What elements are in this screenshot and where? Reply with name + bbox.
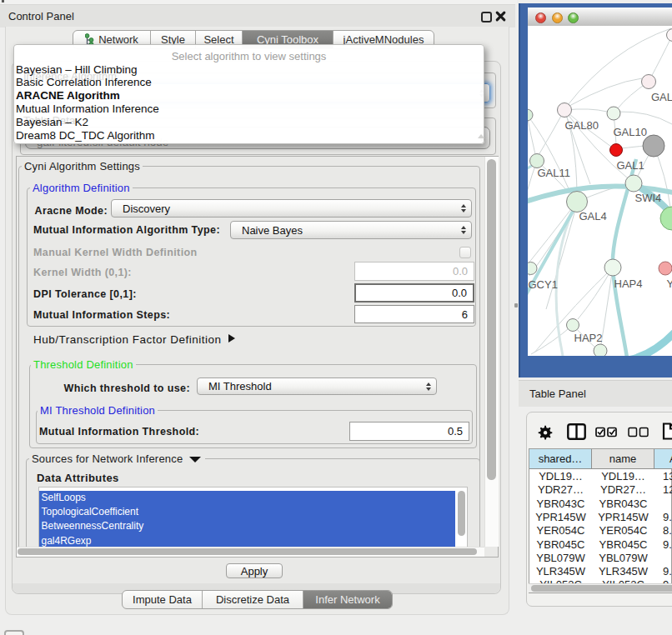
bottom-tab-impute-data[interactable]: Impute Data (123, 591, 203, 608)
table-cell[interactable]: YBR045C (592, 538, 654, 552)
unchecked-columns-icon[interactable] (628, 427, 649, 438)
attribute-item[interactable]: SelfLoops (39, 491, 455, 505)
graph-edge[interactable] (539, 110, 564, 155)
dropdown-item[interactable]: Basic Correlation Inference (16, 76, 152, 88)
bottom-tab-infer-network[interactable]: Infer Network (303, 591, 392, 608)
close-icon[interactable] (495, 11, 506, 22)
graph-node-gcy1[interactable] (528, 262, 537, 275)
graph-node-gal11[interactable] (530, 154, 544, 168)
mi-steps-input[interactable]: 6 (354, 305, 474, 323)
attribute-item[interactable]: gal4RGexp (39, 533, 455, 547)
graph-node[interactable] (660, 207, 672, 230)
graph-edge[interactable] (531, 325, 573, 354)
graph-node-gal7[interactable] (642, 75, 656, 89)
table-cell[interactable]: 13 (663, 470, 672, 483)
hub-definition-label[interactable]: Hub/Transcription Factor Definition (33, 333, 222, 346)
graph-node-y[interactable] (659, 262, 672, 275)
settings-vscrollbar-thumb[interactable] (487, 159, 496, 480)
table-cell[interactable]: YER054C (592, 524, 654, 538)
table-cell[interactable]: 9. (663, 538, 672, 552)
graph-node-hap2[interactable] (567, 319, 579, 332)
graph-node[interactable] (594, 344, 607, 356)
zoom-traffic-light[interactable] (568, 12, 579, 23)
dropdown-item[interactable]: ARACNE Algorithm (16, 89, 120, 102)
network-window-titlebar[interactable] (528, 8, 672, 27)
graph-node-gal80[interactable] (558, 103, 572, 118)
network-canvas[interactable]: GAL7GAL80GAL10GAL1GAL11SWI4GAL4HAP4YGCY1… (528, 26, 672, 356)
attribute-item[interactable]: TopologicalCoefficient (39, 505, 455, 519)
mi-threshold-input[interactable]: 0.5 (349, 422, 469, 441)
graph-node[interactable] (528, 109, 533, 121)
bottom-tab-discretize-data[interactable]: Discretize Data (203, 591, 303, 608)
dropdown-item[interactable]: Dream8 DC_TDC Algorithm (16, 129, 155, 142)
graph-edge[interactable] (618, 112, 672, 124)
aracne-mode-label: Aracne Mode: (35, 205, 108, 217)
graph-node-gal10[interactable] (607, 107, 620, 120)
kernel-width-input[interactable]: 0.0 (354, 262, 474, 281)
which-threshold-value: MI Threshold (208, 380, 272, 392)
table-cell[interactable]: YDL19… (529, 470, 592, 483)
column-header-3[interactable]: Av (654, 449, 672, 469)
graph-node[interactable] (667, 29, 672, 42)
attributes-vscrollbar-thumb[interactable] (458, 491, 465, 536)
dpi-tolerance-input[interactable]: 0.0 (354, 283, 474, 302)
table-cell[interactable]: YDR27… (529, 483, 592, 497)
ghost-combo-arrow (478, 134, 484, 138)
splitpane-handle[interactable] (514, 303, 518, 308)
graph-node-gal4[interactable] (567, 192, 588, 212)
hub-expand-arrow-icon[interactable] (228, 334, 235, 342)
data-attributes-list[interactable]: SelfLoopsTopologicalCoefficientBetweenne… (38, 487, 468, 547)
graph-edge[interactable] (528, 161, 537, 218)
graph-node-hap4[interactable] (604, 259, 621, 276)
graph-edge[interactable] (546, 204, 577, 309)
table-cell[interactable]: YBL079W (529, 552, 592, 565)
cyni-settings-title: Cyni Algorithm Settings (22, 161, 143, 172)
which-threshold-combo[interactable]: MI Threshold (197, 378, 437, 395)
table-hscrollbar-thumb[interactable] (531, 585, 672, 592)
aracne-mode-combo[interactable]: Discovery (111, 199, 472, 218)
dropdown-item[interactable]: Bayesian – K2 (16, 116, 88, 128)
settings-hscrollbar-thumb[interactable] (18, 548, 477, 555)
checked-columns-icon[interactable] (595, 427, 618, 438)
table-cell[interactable]: YBR045C (529, 538, 592, 552)
attribute-item[interactable]: BetweennessCentrality (39, 519, 455, 533)
gear-icon[interactable] (538, 425, 553, 440)
float-window-icon[interactable] (481, 12, 492, 22)
table-cell[interactable]: YBR043C (529, 498, 592, 511)
table-cell[interactable]: YER054C (529, 524, 592, 538)
table-cell[interactable]: YPR145W (592, 511, 654, 524)
table-cell[interactable]: YPR145W (529, 511, 592, 524)
table-cell[interactable]: YDR27… (592, 483, 654, 497)
table-cell[interactable]: 12 (663, 483, 672, 497)
graph-edge[interactable] (569, 78, 642, 106)
graph-edge[interactable] (623, 331, 672, 356)
sources-collapse-arrow-icon[interactable] (189, 457, 201, 462)
graph-edge[interactable] (601, 268, 613, 344)
manual-kernel-checkbox[interactable] (459, 247, 471, 258)
table-cell[interactable]: YBL079W (592, 552, 654, 565)
dropdown-item[interactable]: Bayesian – Hill Climbing (16, 63, 138, 76)
graph-edge[interactable] (528, 209, 571, 268)
split-view-icon[interactable] (567, 423, 586, 440)
close-traffic-light[interactable] (535, 12, 546, 23)
graph-node[interactable] (643, 135, 664, 157)
mi-type-combo[interactable]: Naive Bayes (230, 221, 472, 239)
graph-node-gal1[interactable] (610, 144, 623, 157)
table-cell[interactable]: 9. (663, 565, 672, 578)
table-cell[interactable]: YBR043C (592, 498, 654, 511)
graph-edge[interactable] (621, 146, 644, 148)
table-cell[interactable]: YDL19… (592, 470, 654, 483)
dropdown-item[interactable]: Mutual Information Inference (16, 102, 159, 115)
minimize-traffic-light[interactable] (552, 12, 563, 23)
table-cell[interactable]: YLR345W (529, 565, 592, 578)
apply-button[interactable]: Apply (226, 563, 283, 578)
column-header-2[interactable]: name (592, 449, 654, 469)
graph-edge[interactable] (578, 268, 613, 319)
node-table: shared…nameAvYDL19…YDL19…13YDR27…YDR27…1… (529, 448, 672, 593)
table-cell[interactable]: YLR345W (592, 565, 654, 578)
document-icon[interactable] (662, 422, 672, 440)
column-header-1[interactable]: shared… (529, 449, 592, 469)
table-cell[interactable]: 9. (663, 511, 672, 524)
graph-node-swi4[interactable] (625, 175, 642, 192)
table-cell[interactable]: 8. (663, 524, 672, 538)
